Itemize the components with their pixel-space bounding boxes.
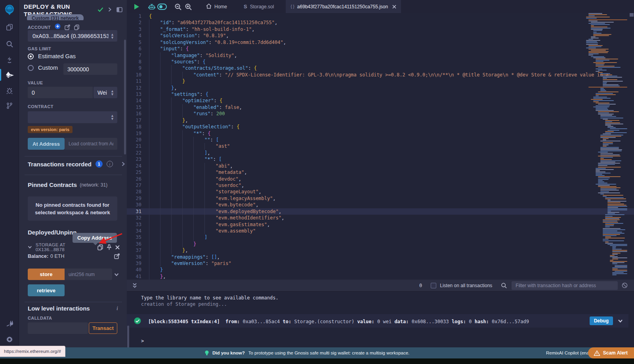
- edit-balance-icon[interactable]: [114, 253, 120, 259]
- transaction-log-row[interactable]: [block:5583405 txIndex:4] from: 0xa03...…: [127, 314, 628, 328]
- code-line[interactable]: 32"evm.methodIdentifiers",: [127, 215, 634, 221]
- transactions-info-icon[interactable]: i: [107, 161, 113, 167]
- remove-contract-icon[interactable]: [115, 245, 120, 250]
- edit-account-icon[interactable]: [65, 25, 70, 30]
- zoom-out-icon[interactable]: [173, 2, 183, 11]
- code-line[interactable]: 39"evmVersion": "paris": [127, 260, 634, 267]
- transact-button[interactable]: Transact: [89, 322, 117, 334]
- transactions-expand-chevron-icon[interactable]: [122, 162, 125, 166]
- code-line[interactable]: 2"id": "a69b43f277ba20fcac141151250ca755…: [127, 19, 634, 26]
- ai-copilot-robot-icon[interactable]: [147, 2, 157, 11]
- editor-scrollbar[interactable]: [630, 13, 634, 17]
- solidity-compiler-icon[interactable]: [0, 53, 19, 67]
- code-line[interactable]: 37},: [127, 247, 634, 253]
- calldata-input[interactable]: [28, 322, 88, 334]
- code-editor[interactable]: 1{2"id": "a69b43f277ba20fcac141151250ca7…: [127, 13, 634, 280]
- copy-account-icon[interactable]: [74, 25, 79, 30]
- code-line[interactable]: 13"settings": {: [127, 91, 634, 97]
- transaction-filter-input[interactable]: [512, 281, 618, 290]
- code-line[interactable]: 1{: [127, 13, 634, 19]
- search-icon[interactable]: [0, 37, 19, 51]
- git-icon[interactable]: [0, 99, 19, 112]
- deploy-and-run-icon[interactable]: [0, 68, 19, 82]
- terminal-scrollbar[interactable]: [127, 326, 129, 349]
- tab-home[interactable]: Home: [201, 0, 232, 13]
- code-line[interactable]: 30"evm.bytecode",: [127, 202, 634, 208]
- value-input[interactable]: [28, 87, 93, 98]
- code-line[interactable]: 23"*": [: [127, 156, 634, 162]
- code-line[interactable]: 28"storageLayout",: [127, 189, 634, 195]
- low-level-info-icon[interactable]: i: [116, 305, 118, 312]
- code-line[interactable]: 10"content": "// SPDX-License-Identifier…: [127, 72, 634, 78]
- custom-gas-option[interactable]: Custom: [28, 65, 58, 71]
- code-line[interactable]: 41},: [127, 273, 634, 280]
- code-line[interactable]: 33"evm.gasEstimates",: [127, 221, 634, 228]
- listen-all-transactions-checkbox[interactable]: [431, 283, 436, 288]
- code-line[interactable]: 25"metadata",: [127, 169, 634, 175]
- code-line[interactable]: 5"solcLongVersion": "0.8.19+commit.7dd6d…: [127, 39, 634, 46]
- code-line[interactable]: 18"outputSelection": {: [127, 124, 634, 130]
- retrieve-function-button[interactable]: retrieve: [28, 284, 65, 296]
- code-line[interactable]: 19"*": {: [127, 130, 634, 137]
- debugger-icon[interactable]: [0, 84, 19, 97]
- plugin-manager-icon[interactable]: [0, 317, 19, 330]
- code-line[interactable]: 16"runs": 200: [127, 111, 634, 117]
- code-line[interactable]: 40}: [127, 267, 634, 273]
- close-tab-icon[interactable]: [392, 5, 396, 9]
- pin-panel-icon[interactable]: [116, 6, 123, 13]
- code-line[interactable]: 4"solcVersion": "0.8.19",: [127, 32, 634, 39]
- clear-console-icon[interactable]: [622, 282, 628, 288]
- code-line[interactable]: 31"evm.deployedBytecode",: [127, 208, 634, 215]
- code-line[interactable]: 22],: [127, 150, 634, 156]
- code-line[interactable]: 15"enabled": false,: [127, 104, 634, 111]
- zoom-in-icon[interactable]: [183, 2, 193, 11]
- code-line[interactable]: 34"evm.assembly": [127, 228, 634, 234]
- code-line[interactable]: 9"contracts/Storage.sol": {: [127, 65, 634, 71]
- scam-alert-badge[interactable]: Scam Alert: [588, 347, 634, 358]
- store-args-input[interactable]: [65, 269, 112, 280]
- expand-tx-chevron-icon[interactable]: [618, 319, 623, 323]
- code-line[interactable]: 27"userdoc",: [127, 182, 634, 189]
- terminal-search-icon[interactable]: [501, 282, 507, 288]
- estimated-gas-radio[interactable]: [28, 53, 34, 59]
- collapse-panel-chevron-icon[interactable]: [106, 6, 113, 13]
- minimap[interactable]: [584, 13, 629, 277]
- code-line[interactable]: 35]: [127, 234, 634, 240]
- code-line[interactable]: 7"language": "Solidity",: [127, 52, 634, 59]
- value-unit-select[interactable]: Wei ▲▼: [93, 87, 117, 98]
- code-line[interactable]: 3"_format": "hh-sol-build-info-1",: [127, 26, 634, 32]
- store-function-button[interactable]: store: [28, 269, 65, 280]
- code-line[interactable]: 11}: [127, 78, 634, 84]
- code-line[interactable]: 24"abi",: [127, 163, 634, 169]
- custom-gas-radio[interactable]: [28, 65, 34, 71]
- at-address-button[interactable]: At Address: [28, 138, 65, 150]
- code-line[interactable]: 8"sources": {: [127, 59, 634, 65]
- collapse-contract-chevron-icon[interactable]: [28, 246, 32, 249]
- code-line[interactable]: 29"evm.legacyAssembly",: [127, 195, 634, 202]
- code-line[interactable]: 21"ast": [127, 143, 634, 149]
- tab-build-info-json[interactable]: { } a69b43f277ba20fcac141151250ca755.jso…: [286, 0, 401, 13]
- code-line[interactable]: 38"remappings": [],: [127, 254, 634, 260]
- code-line[interactable]: 12},: [127, 85, 634, 91]
- tab-storage-sol[interactable]: S Storage.sol: [239, 0, 279, 13]
- copy-contract-address-icon[interactable]: [97, 244, 103, 250]
- expand-store-args-chevron-icon[interactable]: [114, 273, 119, 276]
- file-explorer-icon[interactable]: [0, 21, 19, 34]
- copilot-toggle-icon[interactable]: [157, 2, 167, 11]
- contract-select[interactable]: ▲▼: [28, 111, 117, 123]
- code-line[interactable]: 20"": [: [127, 137, 634, 143]
- code-line[interactable]: 14"optimizer": {: [127, 97, 634, 104]
- transactions-recorded-row[interactable]: Transactions recorded 1 i: [28, 160, 125, 168]
- debug-button[interactable]: Debug: [590, 316, 613, 325]
- panel-scrollbar[interactable]: [124, 40, 126, 154]
- expand-terminal-double-chevron-icon[interactable]: [132, 283, 137, 288]
- remix-logo[interactable]: [0, 2, 19, 17]
- code-line[interactable]: 36}: [127, 241, 634, 247]
- code-line[interactable]: 17},: [127, 117, 634, 124]
- code-line[interactable]: 26"devdoc",: [127, 176, 634, 182]
- settings-gear-icon[interactable]: [0, 333, 19, 346]
- terminal-prompt[interactable]: >: [141, 338, 144, 344]
- code-line[interactable]: 6"input": {: [127, 46, 634, 52]
- custom-gas-input[interactable]: [63, 63, 117, 75]
- estimated-gas-option[interactable]: Estimated Gas: [28, 53, 76, 59]
